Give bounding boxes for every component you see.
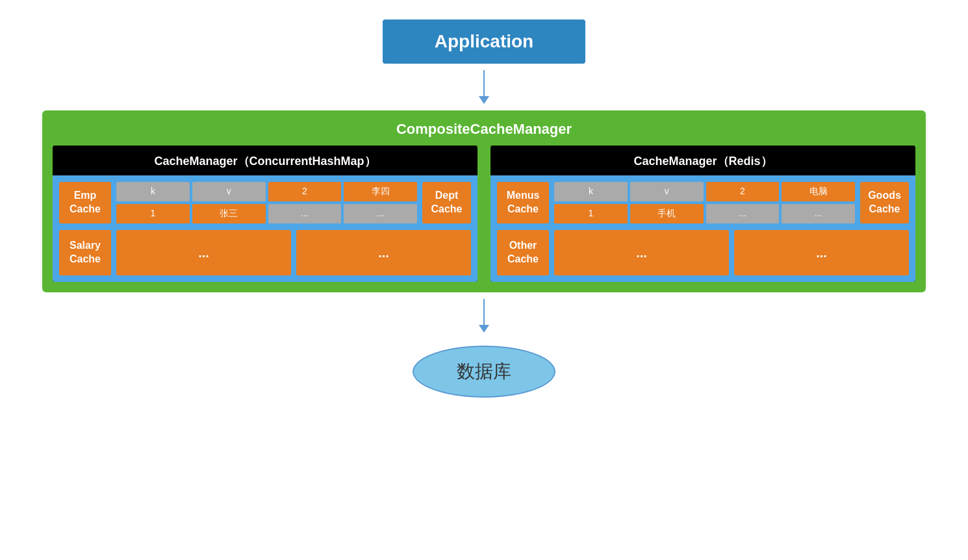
composite-cache-manager: CompositeCacheManager CacheManager（Concu… bbox=[42, 110, 926, 292]
menus-cell-1: 1 bbox=[554, 204, 628, 223]
concurrent-hashmap-title: CacheManager（ConcurrentHashMap） bbox=[53, 146, 478, 175]
composite-title: CompositeCacheManager bbox=[44, 112, 924, 146]
emp-cell-zhangsan: 张三 bbox=[192, 204, 266, 223]
menus-grid-row-1: k v 2 电脑 bbox=[554, 182, 855, 201]
arrow-composite-to-db bbox=[479, 299, 489, 333]
menus-grid-row-2: 1 手机 ... ... bbox=[554, 204, 855, 223]
concurrent-hashmap-manager: CacheManager（ConcurrentHashMap） EmpCache… bbox=[53, 146, 478, 282]
other-ellipsis-1: ... bbox=[554, 230, 729, 275]
arrow-app-to-composite bbox=[479, 70, 489, 104]
other-cache-row: OtherCache ... ... bbox=[497, 230, 909, 275]
menus-cell-k: k bbox=[554, 182, 628, 201]
menus-cell-2: 2 bbox=[706, 182, 780, 201]
menus-cache-row: MenusCache k v 2 电脑 1 手机 ... bbox=[497, 182, 909, 223]
menus-cache-label: MenusCache bbox=[497, 182, 549, 223]
emp-cell-k: k bbox=[116, 182, 190, 201]
emp-cell-lisi: 李四 bbox=[344, 182, 417, 201]
menus-cell-diannao: 电脑 bbox=[782, 182, 855, 201]
emp-grid-row-2: 1 张三 ... ... bbox=[116, 204, 417, 223]
managers-row: CacheManager（ConcurrentHashMap） EmpCache… bbox=[44, 146, 924, 282]
application-box: Application bbox=[383, 19, 585, 64]
other-ellipsis-2: ... bbox=[734, 230, 909, 275]
redis-title: CacheManager（Redis） bbox=[490, 146, 915, 175]
emp-cell-v: v bbox=[192, 182, 266, 201]
goods-cache-label: GoodsCache bbox=[860, 182, 909, 223]
emp-cache-label: EmpCache bbox=[59, 182, 111, 223]
database-label: 数据库 bbox=[457, 359, 511, 384]
emp-cell-dots1: ... bbox=[268, 204, 342, 223]
salary-ellipsis-2: ... bbox=[296, 230, 471, 275]
dept-cache-label: DeptCache bbox=[422, 182, 471, 223]
salary-cache-row: SalaryCache ... ... bbox=[59, 230, 471, 275]
redis-content: MenusCache k v 2 电脑 1 手机 ... bbox=[490, 175, 915, 282]
redis-manager: CacheManager（Redis） MenusCache k v 2 电脑 bbox=[490, 146, 915, 282]
menus-cell-v: v bbox=[630, 182, 704, 201]
arrow-line-2 bbox=[483, 299, 485, 325]
emp-grid-row-1: k v 2 李四 bbox=[116, 182, 417, 201]
emp-cache-row: EmpCache k v 2 李四 1 张三 ... bbox=[59, 182, 471, 223]
arrow-line bbox=[483, 70, 485, 96]
emp-cell-1: 1 bbox=[116, 204, 190, 223]
salary-ellipsis-1: ... bbox=[116, 230, 291, 275]
menus-cell-dots1: ... bbox=[706, 204, 780, 223]
arrow-head bbox=[479, 96, 489, 104]
other-cache-label: OtherCache bbox=[497, 230, 549, 275]
menus-cell-shouji: 手机 bbox=[630, 204, 704, 223]
database-ellipse: 数据库 bbox=[413, 346, 555, 398]
emp-cache-grid: k v 2 李四 1 张三 ... ... bbox=[116, 182, 417, 223]
menus-cell-dots2: ... bbox=[782, 204, 855, 223]
emp-cell-dots2: ... bbox=[344, 204, 417, 223]
menus-cache-grid: k v 2 电脑 1 手机 ... ... bbox=[554, 182, 855, 223]
application-label: Application bbox=[435, 31, 533, 51]
arrow-head-2 bbox=[479, 325, 489, 333]
emp-cell-2: 2 bbox=[268, 182, 342, 201]
salary-cache-label: SalaryCache bbox=[59, 230, 111, 275]
concurrent-content: EmpCache k v 2 李四 1 张三 ... bbox=[53, 175, 478, 282]
